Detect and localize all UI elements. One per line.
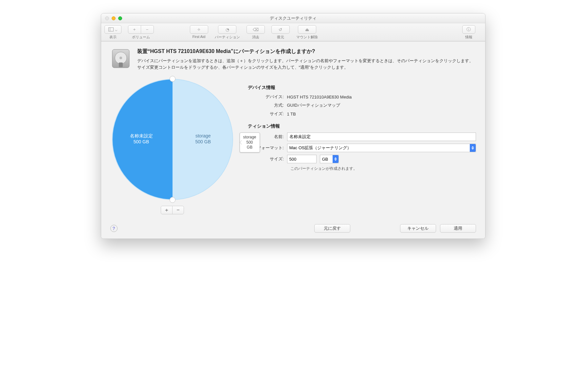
view-button[interactable]: ⌵: [104, 25, 121, 34]
pie-left-name: 名称未設定: [130, 133, 153, 139]
erase-label: 消去: [252, 35, 259, 40]
sheet-footer: ? 元に戻す キャンセル 適用: [110, 224, 476, 233]
plus-icon: ＋: [164, 207, 169, 214]
partition-sheet: 装置“HGST HTS 721010A9E630 Media”にパーティションを…: [101, 41, 485, 239]
toolbar-info-group: ⓘ 情報: [462, 25, 475, 40]
pie-right-size: 500 GB: [195, 139, 211, 145]
select-arrow-icon: [470, 144, 476, 152]
minus-icon: −: [176, 207, 179, 213]
toolbar: ⌵ 表示 ＋ − ボリューム ✧ First Aid ◔ パーティション ⌫ 消…: [101, 23, 485, 41]
partition-hint: このパーティションが作成されます。: [290, 166, 476, 171]
restore-button[interactable]: ↺: [271, 25, 290, 34]
titlebar: ディスクユーティリティ: [101, 13, 485, 23]
pie-right-name: storage: [195, 133, 211, 139]
scheme-value: GUIDパーティションマップ: [287, 102, 340, 108]
revert-button[interactable]: 元に戻す: [314, 224, 350, 233]
sheet-header: 装置“HGST HTS 721010A9E630 Media”にパーティションを…: [110, 48, 476, 70]
restore-icon: ↺: [279, 27, 282, 32]
sheet-description: デバイスにパーティションを追加するときは、追加（＋）をクリックします。パーティシ…: [137, 58, 476, 70]
toolbar-firstaid-group: ✧ First Aid: [190, 25, 208, 39]
partition-info-heading: ティション情報: [248, 123, 476, 129]
chevron-down-icon: ⌵: [115, 27, 118, 32]
sheet-title: 装置“HGST HTS 721010A9E630 Media”にパーティションを…: [137, 48, 476, 55]
toolbar-volume-group: ＋ − ボリューム: [128, 25, 154, 40]
unit-arrow-icon: [333, 155, 339, 163]
tooltip-name: storage: [243, 135, 256, 140]
device-value: HGST HTS 721010A9E630 Media: [287, 95, 352, 99]
info-button[interactable]: ⓘ: [462, 25, 475, 34]
format-select[interactable]: Mac OS拡張（ジャーナリング）: [287, 144, 476, 152]
info-panel: デバイス情報 デバイス: HGST HTS 721010A9E630 Media…: [248, 77, 476, 214]
info-icon: ⓘ: [467, 27, 471, 32]
unmount-label: マウント解除: [296, 35, 318, 40]
resize-handle-bottom[interactable]: [170, 197, 175, 203]
eject-icon: ⏏: [305, 27, 309, 32]
partition-tooltip: storage 500 GB: [240, 133, 260, 152]
erase-button[interactable]: ⌫: [247, 25, 265, 34]
pie-left-size: 500 GB: [130, 139, 153, 145]
devsize-value: 1 TB: [287, 112, 296, 116]
sidebar-icon: [108, 27, 114, 31]
volume-label: ボリューム: [132, 35, 150, 40]
add-partition-button[interactable]: ＋: [161, 206, 173, 214]
info-label: 情報: [465, 35, 472, 40]
view-label: 表示: [109, 35, 117, 40]
partition-label: パーティション: [215, 35, 240, 40]
svg-rect-0: [108, 28, 113, 31]
tooltip-size: 500 GB: [243, 140, 256, 150]
device-info-heading: デバイス情報: [248, 85, 476, 91]
disk-utility-window: ディスクユーティリティ ⌵ 表示 ＋ − ボリューム ✧ First Aid: [101, 13, 485, 239]
help-icon: ?: [112, 226, 115, 231]
volume-minus-icon: −: [146, 27, 149, 32]
pie-area: 名称未設定 500 GB storage 500 GB storage 500 …: [110, 77, 235, 214]
erase-icon: ⌫: [253, 27, 259, 32]
volume-add-button[interactable]: ＋: [128, 25, 141, 34]
pie-slice-right[interactable]: storage 500 GB: [195, 133, 211, 145]
apply-button[interactable]: 適用: [440, 224, 476, 233]
firstaid-button[interactable]: ✧: [190, 25, 208, 34]
cancel-button[interactable]: キャンセル: [400, 224, 436, 233]
toolbar-erase-group: ⌫ 消去: [247, 25, 265, 40]
toolbar-partition-group: ◔ パーティション: [215, 25, 240, 40]
devsize-label: サイズ:: [248, 111, 287, 117]
pie-slice-left[interactable]: 名称未設定 500 GB: [130, 133, 153, 145]
firstaid-icon: ✧: [197, 27, 201, 32]
partition-pie[interactable]: 名称未設定 500 GB storage 500 GB: [112, 79, 233, 200]
partition-button[interactable]: ◔: [218, 25, 236, 34]
remove-partition-button[interactable]: −: [172, 206, 184, 214]
unit-value: GB: [322, 157, 328, 162]
size-input[interactable]: [287, 155, 317, 163]
format-value: Mac OS拡張（ジャーナリング）: [289, 145, 352, 151]
window-title: ディスクユーティリティ: [101, 15, 485, 21]
svg-point-4: [119, 57, 122, 59]
help-button[interactable]: ?: [110, 225, 118, 232]
unit-select[interactable]: GB: [320, 155, 339, 163]
toolbar-unmount-group: ⏏ マウント解除: [296, 25, 318, 40]
add-remove-group: ＋ −: [110, 206, 235, 214]
disk-icon: [110, 48, 131, 69]
restore-label: 復元: [277, 35, 284, 40]
scheme-label: 方式:: [248, 102, 287, 108]
toolbar-view-group: ⌵ 表示: [104, 25, 121, 40]
resize-handle-top[interactable]: [170, 76, 175, 82]
name-input[interactable]: [287, 133, 476, 141]
partition-icon: ◔: [226, 27, 229, 32]
firstaid-label: First Aid: [192, 35, 206, 39]
toolbar-restore-group: ↺ 復元: [271, 25, 290, 40]
volume-plus-icon: ＋: [132, 27, 137, 32]
device-label: デバイス:: [248, 94, 287, 100]
svg-rect-5: [119, 62, 123, 67]
unmount-button[interactable]: ⏏: [298, 25, 316, 34]
volume-remove-button[interactable]: −: [141, 25, 154, 34]
size-label: サイズ:: [248, 156, 287, 162]
